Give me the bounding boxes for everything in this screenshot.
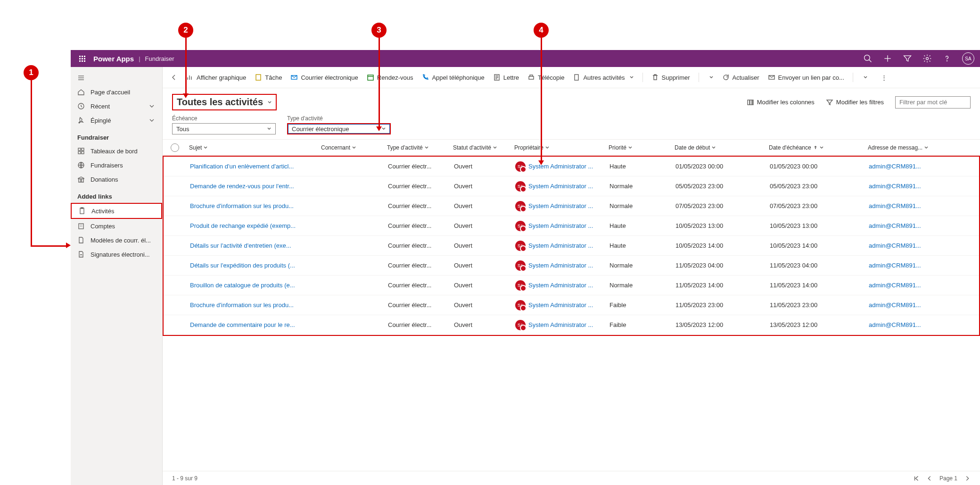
svg-rect-22 (575, 75, 578, 80)
row-email-link[interactable]: admin@CRM891... (869, 262, 921, 269)
nav-activities[interactable]: Activités (71, 203, 162, 219)
row-type: Courrier électr... (383, 321, 449, 328)
chevron-down-icon[interactable] (709, 75, 714, 80)
hamburger-button[interactable] (71, 71, 162, 85)
table-row[interactable]: Planification d'un enlèvement d'articl..… (164, 157, 979, 176)
fax-button[interactable]: Télécopie (527, 74, 564, 81)
col-start-date[interactable]: Date de début (670, 144, 764, 151)
chevron-down-icon (493, 145, 497, 150)
chevron-down-icon (711, 145, 716, 150)
row-email-link[interactable]: admin@CRM891... (869, 183, 921, 190)
row-type: Courrier électr... (383, 183, 449, 190)
row-subject-link[interactable]: Planification d'un enlèvement d'articl..… (190, 163, 294, 170)
row-email-link[interactable]: admin@CRM891... (869, 202, 921, 209)
row-owner[interactable]: SASystem Administrator ... (511, 181, 605, 192)
keyword-filter-input[interactable] (895, 96, 971, 109)
building-icon (77, 222, 85, 230)
row-email-link[interactable]: admin@CRM891... (869, 282, 921, 289)
row-owner[interactable]: SASystem Administrator ... (511, 241, 605, 251)
phone-button[interactable]: Appel téléphonique (421, 74, 484, 81)
next-page-icon[interactable] (964, 475, 971, 482)
row-owner[interactable]: SASystem Administrator ... (511, 280, 605, 291)
edit-filters-button[interactable]: Modifier les filtres (826, 99, 884, 106)
overflow-menu[interactable]: ⋮ (881, 74, 887, 81)
first-page-icon[interactable] (913, 475, 920, 482)
table-row[interactable]: Brochure d'information sur les produ...C… (164, 295, 979, 315)
col-status[interactable]: Statut d'activité (448, 144, 510, 151)
row-due-date: 13/05/2023 12:00 (765, 321, 864, 328)
nav-signatures[interactable]: Signatures électroni... (71, 247, 162, 261)
back-button[interactable] (170, 74, 178, 81)
row-subject-link[interactable]: Détails sur l'activité d'entretien (exe.… (190, 242, 291, 249)
filter-bar: Échéance Tous Type d'activité Courrier é… (163, 113, 980, 139)
nav-donations[interactable]: Donations (71, 172, 162, 186)
user-avatar[interactable]: SA (962, 52, 974, 65)
row-subject-link[interactable]: Brochure d'information sur les produ... (190, 301, 294, 309)
row-subject-link[interactable]: Détails sur l'expédition des produits (.… (190, 262, 295, 269)
settings-icon[interactable] (922, 54, 932, 63)
nav-recent[interactable]: Récent (71, 99, 162, 113)
col-owner[interactable]: Propriétaire (510, 144, 604, 151)
delete-button[interactable]: Supprimer (651, 74, 690, 81)
svg-point-0 (865, 55, 870, 61)
row-owner[interactable]: SASystem Administrator ... (511, 161, 605, 172)
due-filter-select[interactable]: Tous (172, 123, 276, 134)
nav-accounts[interactable]: Comptes (71, 219, 162, 233)
row-email-link[interactable]: admin@CRM891... (869, 222, 921, 229)
table-row[interactable]: Détails sur l'activité d'entretien (exe.… (164, 236, 979, 256)
app-launcher-icon[interactable] (76, 53, 88, 64)
search-icon[interactable] (863, 54, 873, 63)
col-regarding[interactable]: Concernant (316, 144, 382, 151)
row-email-link[interactable]: admin@CRM891... (869, 163, 921, 170)
row-subject-link[interactable]: Brouillon de catalogue de produits (e... (190, 282, 295, 289)
other-activities-button[interactable]: Autres activités (573, 74, 634, 81)
task-button[interactable]: Tâche (255, 74, 282, 81)
help-icon[interactable] (942, 54, 952, 63)
row-owner[interactable]: SASystem Administrator ... (511, 300, 605, 310)
col-type[interactable]: Type d'activité (382, 144, 448, 151)
nav-pinned[interactable]: Épinglé (71, 113, 162, 127)
select-all-checkbox[interactable] (165, 143, 184, 152)
letter-button[interactable]: Lettre (493, 74, 519, 81)
col-priority[interactable]: Priorité (604, 144, 670, 151)
nav-email-templates[interactable]: Modèles de courr. él... (71, 233, 162, 247)
row-start-date: 11/05/2023 14:00 (671, 282, 765, 289)
chevron-down-icon[interactable] (863, 75, 868, 80)
row-owner[interactable]: SASystem Administrator ... (511, 221, 605, 231)
filter-icon[interactable] (903, 54, 912, 63)
table-row[interactable]: Demande de rendez-vous pour l'entr...Cou… (164, 176, 979, 196)
row-owner[interactable]: SASystem Administrator ... (511, 201, 605, 211)
col-subject[interactable]: Sujet (184, 144, 316, 151)
table-row[interactable]: Produit de rechange expédié (exemp...Cou… (164, 216, 979, 236)
row-email-link[interactable]: admin@CRM891... (869, 301, 921, 309)
table-row[interactable]: Brouillon de catalogue de produits (e...… (164, 276, 979, 295)
type-filter-select[interactable]: Courrier électronique (287, 123, 391, 134)
col-due-date[interactable]: Date d'échéance (764, 144, 863, 151)
refresh-label: Actualiser (733, 74, 759, 81)
appointment-button[interactable]: Rendez-vous (367, 74, 413, 81)
edit-columns-button[interactable]: Modifier les colonnes (747, 99, 815, 106)
show-chart-button[interactable]: Afficher graphique (186, 74, 246, 81)
table-row[interactable]: Détails sur l'expédition des produits (.… (164, 256, 979, 276)
row-email-link[interactable]: admin@CRM891... (869, 321, 921, 328)
appointment-label: Rendez-vous (377, 74, 413, 81)
table-row[interactable]: Demande de commentaire pour le re...Cour… (164, 315, 979, 335)
nav-fundraisers[interactable]: Fundraisers (71, 158, 162, 172)
main-content: Afficher graphique Tâche Courrier électr… (163, 67, 980, 485)
nav-dashboards[interactable]: Tableaux de bord (71, 144, 162, 158)
row-owner[interactable]: SASystem Administrator ... (511, 320, 605, 330)
table-row[interactable]: Brochure d'information sur les produ...C… (164, 196, 979, 216)
row-subject-link[interactable]: Brochure d'information sur les produ... (190, 202, 294, 209)
nav-home[interactable]: Page d'accueil (71, 85, 162, 99)
row-owner[interactable]: SASystem Administrator ... (511, 260, 605, 271)
row-subject-link[interactable]: Demande de rendez-vous pour l'entr... (190, 183, 294, 190)
col-email[interactable]: Adresse de messag... (863, 144, 934, 151)
send-link-button[interactable]: Envoyer un lien par co... (768, 74, 844, 81)
email-button[interactable]: Courrier électronique (290, 74, 358, 81)
row-subject-link[interactable]: Demande de commentaire pour le re... (190, 321, 295, 328)
row-email-link[interactable]: admin@CRM891... (869, 242, 921, 249)
row-subject-link[interactable]: Produit de rechange expédié (exemp... (190, 222, 296, 229)
prev-page-icon[interactable] (926, 475, 933, 482)
add-icon[interactable] (883, 54, 892, 63)
refresh-button[interactable]: Actualiser (722, 74, 759, 81)
